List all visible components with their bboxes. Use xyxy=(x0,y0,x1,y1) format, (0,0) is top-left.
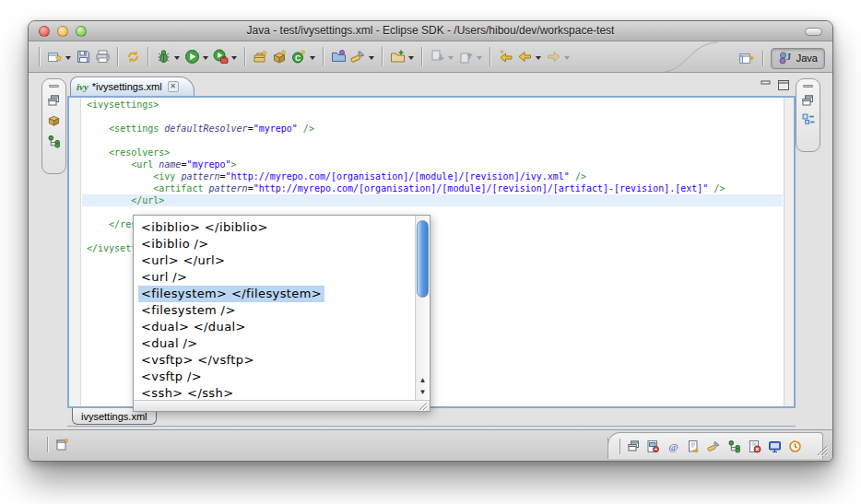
next-annotation-button[interactable] xyxy=(428,45,456,69)
back-button[interactable] xyxy=(515,45,544,69)
print-button[interactable] xyxy=(93,45,112,69)
completion-item[interactable]: <filesystem /> xyxy=(135,302,415,319)
dropdown-arrow-icon[interactable] xyxy=(408,56,414,63)
dropdown-arrow-icon[interactable] xyxy=(310,56,315,63)
forward-button[interactable] xyxy=(544,45,572,69)
code-line[interactable]: </url> xyxy=(82,194,783,206)
show-view-as-fast-view-button[interactable] xyxy=(55,437,71,452)
outline-icon[interactable] xyxy=(802,113,815,126)
dropdown-arrow-icon[interactable] xyxy=(174,56,180,63)
eclipse-window: Java - test/ivysettings.xml - Eclipse SD… xyxy=(28,20,833,462)
completion-item[interactable]: <vsftp> </vsftp> xyxy=(135,352,415,369)
code-line[interactable]: <settings defaultResolver="myrepo" /> xyxy=(82,123,783,135)
editor-tab[interactable]: ivy *ivysettings.xml ✕ xyxy=(70,76,195,96)
build-all-button[interactable] xyxy=(124,45,143,69)
restore-views-icon[interactable] xyxy=(628,440,640,451)
editor-tab-bar: ivy *ivysettings.xml ✕ xyxy=(67,76,796,96)
completion-item[interactable]: <url> </url> xyxy=(135,252,415,269)
restore-views-icon[interactable] xyxy=(48,95,60,106)
dropdown-arrow-icon[interactable] xyxy=(536,56,541,63)
toolbar-separator xyxy=(382,47,383,66)
code-line[interactable]: <ivy pattern="http://myrepo.com/[organis… xyxy=(82,170,783,182)
window-title: Java - test/ivysettings.xml - Eclipse SD… xyxy=(29,21,832,41)
minimize-handle-icon[interactable] xyxy=(49,85,59,88)
toolbar-separator xyxy=(244,47,246,66)
previous-annotation-button[interactable] xyxy=(456,45,485,69)
open-perspective-button[interactable] xyxy=(737,46,756,70)
completion-item[interactable]: <url /> xyxy=(135,269,415,286)
dropdown-arrow-icon[interactable] xyxy=(448,56,454,63)
problems-icon[interactable] xyxy=(748,440,761,453)
back-icon xyxy=(517,49,533,64)
toolbar-separator xyxy=(323,47,324,66)
completion-item[interactable]: <vsftp /> xyxy=(135,369,415,385)
source-page-tab-label: ivysettings.xml xyxy=(81,411,147,422)
error-log-icon[interactable] xyxy=(646,440,660,453)
search-icon[interactable] xyxy=(707,440,721,453)
debug-button[interactable] xyxy=(154,45,183,69)
completion-item[interactable]: <filesystem> </filesystem> xyxy=(135,286,415,302)
new-wizard-icon xyxy=(47,49,63,64)
titlebar[interactable]: Java - test/ivysettings.xml - Eclipse SD… xyxy=(29,21,832,41)
completion-item[interactable]: <ibiblio /> xyxy=(135,236,415,252)
dropdown-arrow-icon[interactable] xyxy=(231,56,237,63)
dropdown-arrow-icon[interactable] xyxy=(65,56,71,63)
open-type-button[interactable] xyxy=(329,45,348,69)
code-line[interactable]: <resolvers> xyxy=(82,147,783,158)
status-bar: @ xyxy=(29,429,832,461)
progress-icon[interactable] xyxy=(788,440,802,453)
type-hierarchy-icon[interactable] xyxy=(47,135,61,148)
javadoc-icon[interactable]: @ xyxy=(666,440,680,453)
scroll-down-button[interactable]: ▼ xyxy=(419,387,427,398)
dropdown-arrow-icon[interactable] xyxy=(564,56,570,63)
code-line[interactable]: <ivysettings> xyxy=(82,99,783,111)
dropdown-arrow-icon[interactable] xyxy=(203,56,208,63)
window-resize-grip[interactable] xyxy=(816,444,829,457)
declaration-icon[interactable] xyxy=(687,440,701,453)
minimize-window-button[interactable] xyxy=(57,26,68,37)
save-button[interactable] xyxy=(74,45,93,69)
open-type-icon xyxy=(331,49,347,64)
search-button[interactable] xyxy=(348,45,377,69)
code-line[interactable] xyxy=(82,111,783,123)
minimize-editor-button[interactable] xyxy=(761,80,772,90)
completion-item[interactable]: <dual> </dual> xyxy=(135,319,415,335)
new-class-icon: C xyxy=(291,49,307,64)
close-window-button[interactable] xyxy=(39,26,50,37)
overview-ruler[interactable] xyxy=(784,98,794,406)
scrollbar-thumb[interactable] xyxy=(417,220,429,298)
external-tools-button[interactable] xyxy=(211,45,240,69)
package-explorer-icon[interactable] xyxy=(47,113,61,127)
restore-views-icon[interactable] xyxy=(802,95,814,106)
scroll-up-button[interactable]: ▲ xyxy=(419,375,427,386)
last-edit-location-button[interactable] xyxy=(496,45,515,69)
completion-item[interactable]: <dual /> xyxy=(135,335,415,352)
toolbar-separator xyxy=(147,47,149,66)
open-resource-button[interactable] xyxy=(388,45,417,69)
call-hierarchy-icon[interactable] xyxy=(727,440,741,453)
run-button[interactable] xyxy=(183,45,211,69)
code-line[interactable]: <artifact pattern="http://myrepo.com/[or… xyxy=(82,182,783,194)
close-tab-icon[interactable]: ✕ xyxy=(168,81,179,92)
code-line[interactable]: <url name="myrepo"> xyxy=(82,158,783,170)
popup-resize-grip[interactable] xyxy=(418,401,429,411)
toolbar-toggle-button[interactable] xyxy=(805,28,822,36)
maximize-editor-button[interactable] xyxy=(778,80,789,90)
new-class-button[interactable]: C xyxy=(289,45,318,69)
console-icon[interactable] xyxy=(768,440,782,453)
completion-item[interactable]: <ssh> </ssh> xyxy=(135,385,415,399)
popup-scrollbar[interactable]: ▲ ▼ xyxy=(415,216,430,400)
annotation-ruler xyxy=(69,98,81,406)
dropdown-arrow-icon[interactable] xyxy=(477,56,482,63)
minimize-handle-icon[interactable] xyxy=(803,85,813,88)
zoom-window-button[interactable] xyxy=(76,26,87,37)
code-line[interactable] xyxy=(82,135,783,147)
print-icon xyxy=(95,49,111,64)
new-wizard-button[interactable] xyxy=(45,45,74,69)
new-java-project-button[interactable] xyxy=(251,45,270,69)
new-package-button[interactable] xyxy=(270,45,289,69)
java-perspective-button[interactable]: J Java xyxy=(771,48,825,69)
completion-item[interactable]: <ibiblio> </ibiblio> xyxy=(135,219,415,236)
dropdown-arrow-icon[interactable] xyxy=(369,56,374,63)
perspective-bar-curve xyxy=(663,41,720,72)
